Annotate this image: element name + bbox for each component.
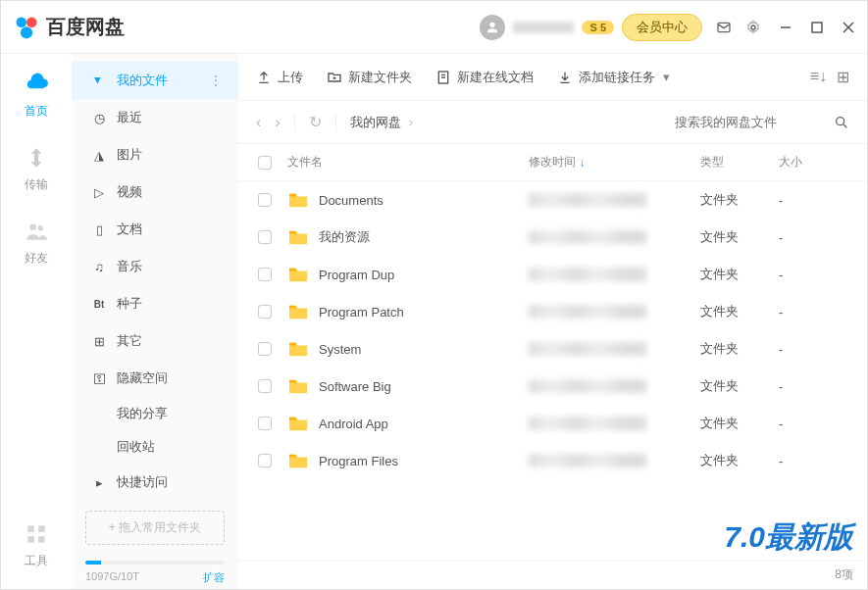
sidebar: ▸ 我的文件 ⋮ ◷最近 ◮图片 ▷视频 ▯文档 ♫音乐 Bt种子 ⊞其它 ⚿隐… xyxy=(72,54,238,589)
sidebar-videos[interactable]: ▷视频 xyxy=(72,173,238,211)
mail-icon[interactable] xyxy=(716,20,732,35)
breadcrumb[interactable]: 我的网盘› xyxy=(350,114,413,131)
footer: 8项 xyxy=(238,560,867,589)
maximize-button[interactable] xyxy=(810,21,824,34)
search-input[interactable] xyxy=(675,115,822,129)
row-checkbox[interactable] xyxy=(258,268,272,281)
sidebar-my-share[interactable]: 我的分享 xyxy=(72,397,238,430)
svg-line-18 xyxy=(843,124,846,127)
clock-icon: ◷ xyxy=(91,110,107,125)
th-type[interactable]: 类型 xyxy=(700,154,779,171)
table-row[interactable]: Program Files 文件夹 - xyxy=(238,442,867,479)
minimize-button[interactable] xyxy=(779,21,792,34)
settings-icon[interactable] xyxy=(745,20,761,35)
file-size: - xyxy=(779,342,847,357)
sidebar-docs[interactable]: ▯文档 xyxy=(72,211,238,248)
file-type: 文件夹 xyxy=(700,303,779,320)
th-size[interactable]: 大小 xyxy=(779,154,847,171)
row-checkbox[interactable] xyxy=(258,417,272,430)
file-name: Program Files xyxy=(319,454,398,468)
row-checkbox[interactable] xyxy=(258,379,272,393)
nav-rail: 首页 传输 好友 工具 xyxy=(1,54,72,589)
row-checkbox[interactable] xyxy=(258,193,272,207)
sidebar-recycle[interactable]: 回收站 xyxy=(72,430,238,464)
sidebar-seeds[interactable]: Bt种子 xyxy=(72,285,238,322)
close-button[interactable] xyxy=(842,21,855,34)
file-type: 文件夹 xyxy=(700,191,779,209)
svg-point-11 xyxy=(38,225,43,230)
sidebar-images[interactable]: ◮图片 xyxy=(72,136,238,173)
svg-point-1 xyxy=(26,17,37,27)
member-center-button[interactable]: 会员中心 xyxy=(622,14,702,41)
content: 上传 新建文件夹 新建在线文档 添加链接任务▾ ≡↓ ⊞ ‹ › ↻ 我的网盘›… xyxy=(238,54,867,589)
file-type: 文件夹 xyxy=(700,266,779,283)
date-blur xyxy=(529,230,646,244)
select-all-checkbox[interactable] xyxy=(258,156,272,170)
nav-forward-button[interactable]: › xyxy=(275,114,280,131)
logo[interactable]: 百度网盘 xyxy=(13,14,125,41)
table-row[interactable]: Program Patch 文件夹 - xyxy=(238,293,867,330)
rail-tools-label: 工具 xyxy=(25,553,48,569)
date-blur xyxy=(529,454,646,467)
table-row[interactable]: System 文件夹 - xyxy=(238,330,867,368)
drag-folder-box[interactable]: + 拖入常用文件夹 xyxy=(85,511,225,545)
table-row[interactable]: Software Big 文件夹 - xyxy=(238,368,867,405)
svg-rect-15 xyxy=(38,536,44,543)
sidebar-my-files[interactable]: ▸ 我的文件 ⋮ xyxy=(72,62,238,99)
sort-icon[interactable]: ≡↓ xyxy=(810,68,827,86)
row-checkbox[interactable] xyxy=(258,342,272,356)
row-checkbox[interactable] xyxy=(258,305,272,319)
sidebar-music[interactable]: ♫音乐 xyxy=(72,248,238,285)
table-row[interactable]: 我的资源 文件夹 - xyxy=(238,219,867,256)
add-link-button[interactable]: 添加链接任务▾ xyxy=(557,69,670,86)
file-size: - xyxy=(779,454,847,468)
folder-icon xyxy=(287,266,309,283)
video-icon: ▷ xyxy=(91,184,107,200)
svg-point-3 xyxy=(490,22,495,26)
file-name: Program Dup xyxy=(319,268,394,282)
sidebar-others[interactable]: ⊞其它 xyxy=(72,322,238,360)
s-badge[interactable]: S 5 xyxy=(582,21,614,34)
svg-rect-14 xyxy=(27,536,33,543)
rail-home[interactable]: 首页 xyxy=(24,72,49,120)
download-icon xyxy=(557,70,573,85)
file-size: - xyxy=(779,193,847,208)
table-row[interactable]: Android App 文件夹 - xyxy=(238,405,867,442)
sidebar-my-files-label: 我的文件 xyxy=(117,72,168,89)
new-folder-icon xyxy=(327,70,342,85)
titlebar: 百度网盘 S 5 会员中心 xyxy=(1,1,867,54)
th-date[interactable]: 修改时间↓ xyxy=(529,154,700,171)
sidebar-recent[interactable]: ◷最近 xyxy=(72,99,238,136)
svg-point-17 xyxy=(837,117,844,124)
refresh-button[interactable]: ↻ xyxy=(309,113,322,131)
row-checkbox[interactable] xyxy=(258,454,272,467)
avatar[interactable] xyxy=(480,15,505,40)
grid-view-icon[interactable]: ⊞ xyxy=(837,68,849,86)
svg-point-10 xyxy=(30,223,37,230)
storage-bar xyxy=(85,561,225,565)
file-name: Software Big xyxy=(319,379,391,394)
lock-icon: ⚿ xyxy=(91,370,107,386)
expand-storage-link[interactable]: 扩容 xyxy=(203,570,225,585)
new-doc-icon xyxy=(435,70,451,85)
rail-tools[interactable]: 工具 xyxy=(24,521,49,569)
search-icon[interactable] xyxy=(834,115,849,130)
date-blur xyxy=(529,193,646,207)
file-name: Program Patch xyxy=(319,305,404,320)
table-row[interactable]: Program Dup 文件夹 - xyxy=(238,256,867,293)
new-online-doc-button[interactable]: 新建在线文档 xyxy=(435,69,534,86)
rail-friends[interactable]: 好友 xyxy=(24,219,49,267)
sidebar-hidden[interactable]: ⚿隐藏空间 xyxy=(72,360,238,397)
new-folder-button[interactable]: 新建文件夹 xyxy=(327,69,412,86)
storage-text: 1097G/10T xyxy=(85,570,139,585)
table-row[interactable]: Documents 文件夹 - xyxy=(238,181,867,219)
others-icon: ⊞ xyxy=(91,333,107,349)
sidebar-quick-access[interactable]: ▸快捷访问 xyxy=(72,464,238,501)
file-type: 文件夹 xyxy=(700,452,779,469)
more-icon[interactable]: ⋮ xyxy=(209,73,223,88)
nav-back-button[interactable]: ‹ xyxy=(256,114,261,131)
upload-button[interactable]: 上传 xyxy=(256,69,303,86)
row-checkbox[interactable] xyxy=(258,230,272,244)
rail-transfer[interactable]: 传输 xyxy=(24,145,49,193)
th-name[interactable]: 文件名 xyxy=(287,154,529,171)
